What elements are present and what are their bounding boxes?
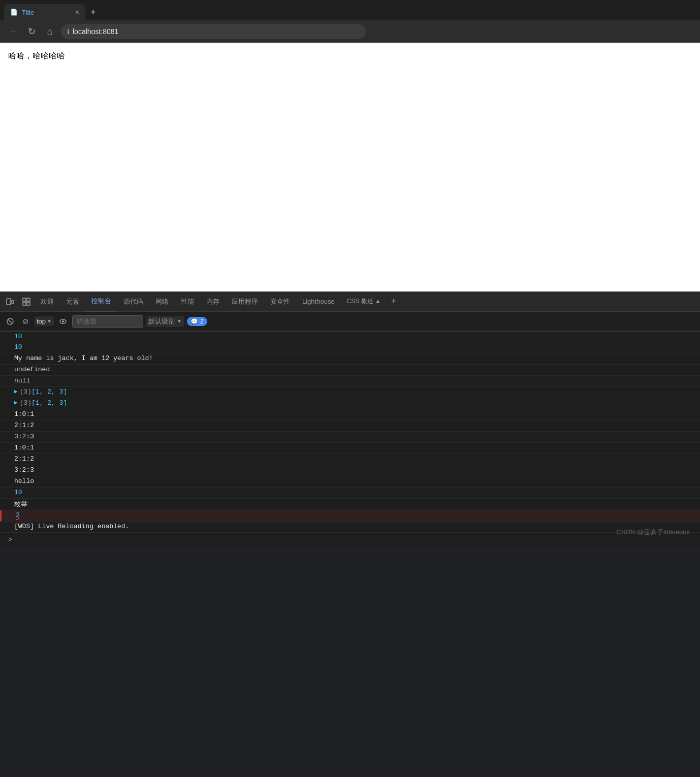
console-line-error: 2 bbox=[0, 510, 700, 522]
console-line: 1:0:1 bbox=[0, 443, 700, 454]
console-line: 1:0:1 bbox=[0, 409, 700, 420]
message-count-badge[interactable]: 💬 2 bbox=[187, 317, 207, 326]
level-label: 默认级别 bbox=[148, 317, 175, 326]
address-bar: ← ↻ ⌂ ℹ localhost:8081 bbox=[0, 20, 700, 43]
tab-title: Title bbox=[22, 9, 71, 16]
tab-elements[interactable]: 元素 bbox=[60, 292, 85, 312]
tab-css-overview[interactable]: CSS 概述 ▲ bbox=[341, 292, 387, 312]
tab-bar: 📄 Title × + bbox=[0, 0, 700, 20]
console-line: 10 bbox=[0, 342, 700, 353]
home-button[interactable]: ⌂ bbox=[43, 24, 57, 39]
back-button[interactable]: ← bbox=[6, 24, 20, 39]
svg-line-7 bbox=[8, 319, 12, 323]
clear-console-button[interactable] bbox=[4, 315, 16, 328]
prompt-chevron: > bbox=[8, 536, 12, 544]
device-toolbar-icon[interactable] bbox=[2, 292, 18, 312]
expand-arrow-icon[interactable]: ▶ bbox=[14, 399, 18, 406]
console-line: 10 bbox=[0, 331, 700, 342]
console-line: hello bbox=[0, 476, 700, 488]
svg-point-9 bbox=[62, 320, 64, 322]
page-content: 哈哈，哈哈哈哈 bbox=[0, 43, 700, 292]
svg-rect-1 bbox=[12, 300, 14, 304]
context-selector[interactable]: top ▼ bbox=[35, 316, 54, 326]
tab-network[interactable]: 网络 bbox=[149, 292, 175, 312]
reload-button[interactable]: ↻ bbox=[24, 24, 39, 39]
eye-icon[interactable] bbox=[57, 315, 69, 328]
console-line-number: 10 bbox=[0, 488, 700, 499]
console-output: 10 10 My name is jack, I am 12 years old… bbox=[0, 331, 700, 547]
devtools-panel: 欢迎 元素 控制台 源代码 网络 性能 内存 应用程序 bbox=[0, 292, 700, 547]
log-level-selector[interactable]: 默认级别 ▼ bbox=[146, 316, 184, 327]
devtools-tab-bar: 欢迎 元素 控制台 源代码 网络 性能 内存 应用程序 bbox=[0, 292, 700, 312]
browser-tab[interactable]: 📄 Title × bbox=[4, 4, 85, 20]
browser-chrome: 📄 Title × + ← ↻ ⌂ ℹ localhost:8081 bbox=[0, 0, 700, 43]
context-arrow-icon: ▼ bbox=[47, 318, 52, 324]
prompt-input[interactable] bbox=[14, 535, 696, 545]
new-tab-button[interactable]: + bbox=[85, 4, 101, 20]
tab-security[interactable]: 安全性 bbox=[264, 292, 296, 312]
info-icon: ℹ bbox=[67, 28, 70, 36]
tab-icon: 📄 bbox=[10, 9, 18, 16]
devtools-toolbar: ⊘ top ▼ 默认级别 ▼ 💬 2 bbox=[0, 312, 700, 331]
tab-memory[interactable]: 内存 bbox=[200, 292, 226, 312]
console-line: My name is jack, I am 12 years old! bbox=[0, 353, 700, 365]
url-bar[interactable]: ℹ localhost:8081 bbox=[61, 24, 366, 39]
console-prompt[interactable]: > bbox=[0, 533, 700, 547]
console-line: null bbox=[0, 376, 700, 387]
console-line: 3:2:3 bbox=[0, 465, 700, 476]
svg-rect-5 bbox=[27, 302, 30, 305]
tab-close-button[interactable]: × bbox=[75, 8, 79, 16]
devtools: 欢迎 元素 控制台 源代码 网络 性能 内存 应用程序 bbox=[0, 292, 700, 547]
svg-rect-3 bbox=[27, 298, 30, 301]
svg-rect-0 bbox=[7, 299, 11, 305]
svg-rect-4 bbox=[23, 302, 26, 305]
context-label: top bbox=[37, 317, 46, 325]
more-tools-button[interactable]: + bbox=[387, 292, 401, 312]
tab-sources[interactable]: 源代码 bbox=[117, 292, 149, 312]
badge-icon: 💬 bbox=[190, 318, 198, 325]
console-line-wds: [WDS] Live Reloading enabled. bbox=[0, 522, 700, 533]
watermark: CSDN @蓝盒子itbluebox bbox=[616, 528, 690, 537]
console-line: 3:2:3 bbox=[0, 432, 700, 443]
tab-application[interactable]: 应用程序 bbox=[226, 292, 264, 312]
tab-performance[interactable]: 性能 bbox=[175, 292, 200, 312]
filter-input[interactable] bbox=[72, 315, 143, 328]
console-line: 2:1:2 bbox=[0, 454, 700, 465]
console-line-array1[interactable]: ▶ (3) [1, 2, 3] bbox=[0, 387, 700, 398]
tab-console[interactable]: 控制台 bbox=[85, 292, 117, 312]
block-requests-button[interactable]: ⊘ bbox=[19, 315, 31, 328]
console-line-array2[interactable]: ▶ (3) [1, 2, 3] bbox=[0, 398, 700, 409]
inspect-icon[interactable] bbox=[18, 292, 35, 312]
console-line: 枚举 bbox=[0, 499, 700, 510]
console-line: 2:1:2 bbox=[0, 420, 700, 432]
expand-arrow-icon[interactable]: ▶ bbox=[14, 388, 18, 395]
console-line: undefined bbox=[0, 365, 700, 376]
page-greeting: 哈哈，哈哈哈哈 bbox=[8, 51, 692, 61]
svg-rect-2 bbox=[23, 298, 26, 301]
tab-lighthouse[interactable]: Lighthouse bbox=[296, 292, 341, 312]
tab-welcome[interactable]: 欢迎 bbox=[35, 292, 60, 312]
badge-count: 2 bbox=[200, 318, 204, 325]
url-text: localhost:8081 bbox=[73, 27, 118, 36]
level-arrow-icon: ▼ bbox=[177, 318, 182, 324]
